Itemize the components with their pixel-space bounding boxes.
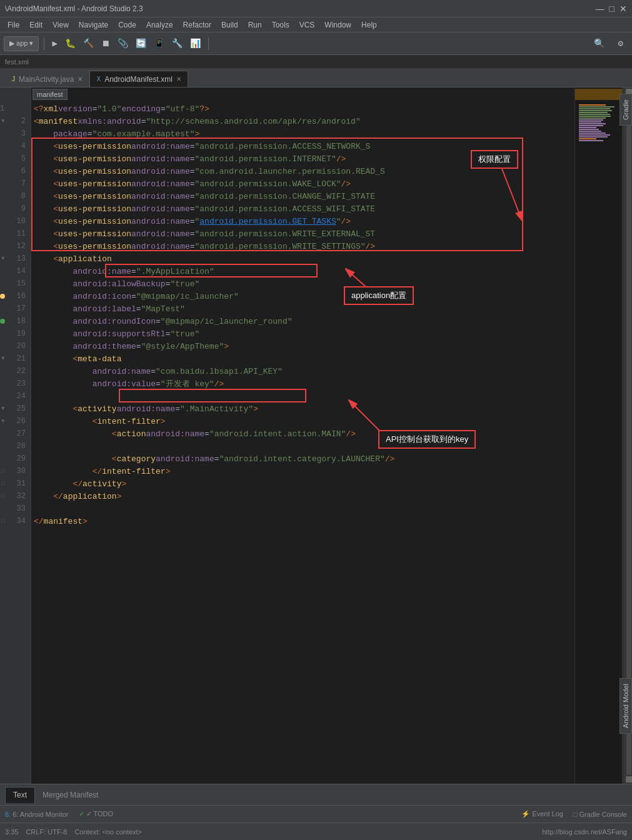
menu-code[interactable]: Code bbox=[113, 18, 141, 32]
status-bar-left: 6: 6: Android Monitor ✓ ✓ TODO bbox=[5, 810, 113, 818]
android-monitor-status[interactable]: 6: 6: Android Monitor bbox=[5, 811, 69, 818]
bottom-status-left: 3:35 CRLF: UTF-8 Context: <no context> bbox=[5, 828, 142, 836]
menu-vcs[interactable]: VCS bbox=[294, 18, 320, 32]
event-log-status[interactable]: ⚡ Event Log bbox=[521, 810, 563, 818]
xml-icon: X bbox=[96, 76, 101, 82]
code-line-20: android:theme="@style/AppTheme"> bbox=[34, 340, 574, 352]
line-num-5: 5 bbox=[0, 152, 31, 165]
menu-navigate[interactable]: Navigate bbox=[74, 18, 113, 32]
search-icon[interactable]: 🔍 bbox=[591, 37, 607, 50]
menu-build[interactable]: Build bbox=[216, 18, 243, 32]
build-icon[interactable]: 🔨 bbox=[81, 37, 96, 50]
code-editor[interactable]: <?xml version="1.0" encoding="utf-8" ?> … bbox=[31, 88, 574, 784]
minimap-line bbox=[579, 125, 603, 126]
bottom-tabs-bar: Text Merged Manifest bbox=[0, 784, 632, 805]
code-line-16: android:icon="@mipmap/ic_launcher" bbox=[34, 290, 574, 302]
minimap-line bbox=[579, 123, 606, 124]
gutter-row-2: ▼ 2 bbox=[0, 115, 31, 128]
code-line-27: <action android:name="android.intent.act… bbox=[34, 428, 574, 440]
code-line-3: package="com.example.maptest"> bbox=[34, 128, 574, 140]
gutter-row-30: □ 30 bbox=[0, 465, 31, 478]
gutter-row-19: 19 bbox=[0, 328, 31, 340]
menu-tools[interactable]: Tools bbox=[267, 18, 294, 32]
code-line-11: <uses-permission android:name="android.p… bbox=[34, 228, 574, 240]
scrollbar-thumb[interactable] bbox=[626, 96, 631, 775]
line-num-25: 25 bbox=[4, 402, 31, 415]
run-icon[interactable]: ▶ bbox=[49, 37, 59, 50]
line-num-27: 27 bbox=[0, 428, 31, 440]
line-num-28: 28 bbox=[0, 440, 31, 452]
app-selector[interactable]: ▶ app ▾ bbox=[4, 36, 39, 51]
gutter-row-1: 1 bbox=[0, 102, 31, 115]
window-controls[interactable]: — □ ✕ bbox=[596, 4, 627, 14]
gutter-row-4: 4 bbox=[0, 140, 31, 152]
java-icon: J bbox=[12, 76, 15, 82]
minimap-line bbox=[579, 121, 601, 122]
menu-refactor[interactable]: Refactor bbox=[178, 18, 216, 32]
status-bar: 6: 6: Android Monitor ✓ ✓ TODO ⚡ Event L… bbox=[0, 805, 632, 822]
close-button[interactable]: ✕ bbox=[619, 4, 627, 14]
sync-icon[interactable]: 🔄 bbox=[133, 37, 149, 50]
gradle-tab[interactable]: Gradle bbox=[619, 94, 632, 126]
settings-icon[interactable]: ⚙ bbox=[616, 37, 626, 50]
profile-icon[interactable]: 📊 bbox=[188, 37, 203, 50]
menu-file[interactable]: File bbox=[3, 18, 24, 32]
gutter-row-3: 3 bbox=[0, 128, 31, 140]
line-num-6: 6 bbox=[0, 165, 31, 178]
todo-status[interactable]: ✓ ✓ TODO bbox=[79, 810, 114, 818]
debug-icon[interactable]: 🐛 bbox=[63, 37, 78, 50]
bottom-status-bar: 3:35 CRLF: UTF-8 Context: <no context> h… bbox=[0, 822, 632, 840]
gutter-row-25: ▼ 25 bbox=[0, 402, 31, 415]
breadcrumb: fest.xml bbox=[0, 55, 632, 69]
code-line-7: <uses-permission android:name="android.p… bbox=[34, 178, 574, 190]
line-num-2: 2 bbox=[4, 115, 31, 128]
line-num-19: 19 bbox=[0, 328, 31, 340]
line-num-13: 13 bbox=[4, 252, 31, 265]
bottom-status-right: http://blog.csdn.net/ASFang bbox=[542, 826, 627, 838]
android-model-tab[interactable]: Android Model bbox=[619, 678, 632, 734]
minimap-line bbox=[579, 140, 603, 141]
gutter-row-10: 10 bbox=[0, 215, 31, 228]
line-num-32: 32 bbox=[4, 490, 31, 502]
menu-view[interactable]: View bbox=[48, 18, 74, 32]
tab-merged-manifest[interactable]: Merged Manifest bbox=[35, 787, 106, 803]
line-num-22: 22 bbox=[0, 365, 31, 378]
stop-icon[interactable]: ⏹ bbox=[99, 38, 113, 50]
minimap-line bbox=[579, 136, 608, 138]
line-num-1: 1 bbox=[0, 102, 9, 115]
fold-label[interactable]: manifest bbox=[33, 89, 68, 100]
minimap-highlight bbox=[575, 89, 624, 100]
tab-mainactivity[interactable]: J MainActivity.java ✕ bbox=[5, 71, 89, 87]
tab-androidmanifest[interactable]: X AndroidManifest.xml ✕ bbox=[89, 71, 188, 87]
gutter-row-13: ▼ 13 bbox=[0, 252, 31, 265]
scrollbar-down-arrow[interactable] bbox=[626, 776, 632, 782]
minimize-button[interactable]: — bbox=[596, 4, 604, 14]
code-line-33 bbox=[34, 502, 574, 515]
code-line-30: </intent-filter> bbox=[34, 465, 574, 478]
attach-icon[interactable]: 📎 bbox=[115, 37, 131, 50]
gutter-row-23: 23 bbox=[0, 378, 31, 390]
menu-window[interactable]: Window bbox=[319, 18, 356, 32]
tab-androidmanifest-close[interactable]: ✕ bbox=[176, 76, 181, 82]
permissions-config-label: 权限配置 bbox=[471, 150, 518, 169]
gutter-row-17: 17 bbox=[0, 302, 31, 315]
maximize-button[interactable]: □ bbox=[609, 4, 614, 14]
menu-edit[interactable]: Edit bbox=[24, 18, 48, 32]
menu-run[interactable]: Run bbox=[243, 18, 267, 32]
menu-analyze[interactable]: Analyze bbox=[141, 18, 178, 32]
line-num-20: 20 bbox=[0, 340, 31, 352]
code-line-26: <intent-filter> bbox=[34, 415, 574, 428]
line-num-10: 10 bbox=[0, 215, 31, 228]
gutter-row-26: ▼ 26 bbox=[0, 415, 31, 428]
tab-mainactivity-close[interactable]: ✕ bbox=[78, 76, 83, 82]
gutter-row-31: □ 31 bbox=[0, 478, 31, 490]
line-num-15: 15 bbox=[0, 278, 31, 290]
warning-marker-16 bbox=[0, 294, 5, 299]
code-line-32: </application> bbox=[34, 490, 574, 502]
tab-text[interactable]: Text bbox=[5, 787, 35, 803]
gradle-console-status[interactable]: □ Gradle Console bbox=[573, 811, 627, 818]
menu-help[interactable]: Help bbox=[356, 18, 382, 32]
sdk-icon[interactable]: 🔧 bbox=[169, 37, 185, 50]
minimap bbox=[574, 88, 624, 784]
avd-icon[interactable]: 📱 bbox=[151, 37, 167, 50]
